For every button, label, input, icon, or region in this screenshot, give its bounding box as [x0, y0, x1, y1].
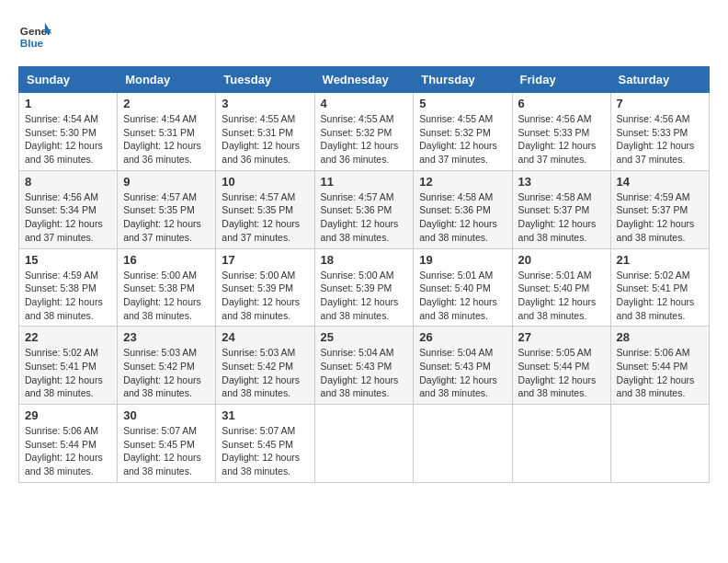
day-info: Sunrise: 4:55 AMSunset: 5:31 PMDaylight:…	[222, 112, 308, 167]
day-info: Sunrise: 4:55 AMSunset: 5:32 PMDaylight:…	[419, 112, 506, 167]
day-number: 19	[419, 253, 506, 267]
calendar-week-row: 1Sunrise: 4:54 AMSunset: 5:30 PMDaylight…	[19, 93, 710, 171]
day-info: Sunrise: 4:56 AMSunset: 5:33 PMDaylight:…	[617, 112, 703, 167]
table-row: 23Sunrise: 5:03 AMSunset: 5:42 PMDayligh…	[118, 327, 216, 405]
day-number: 29	[25, 408, 111, 422]
day-info: Sunrise: 4:57 AMSunset: 5:35 PMDaylight:…	[222, 190, 308, 245]
svg-text:Blue: Blue	[20, 37, 44, 49]
weekday-header-friday: Friday	[512, 67, 610, 93]
calendar-week-row: 15Sunrise: 4:59 AMSunset: 5:38 PMDayligh…	[19, 248, 710, 327]
day-info: Sunrise: 5:00 AMSunset: 5:39 PMDaylight:…	[321, 269, 408, 323]
day-number: 21	[617, 253, 703, 267]
day-info: Sunrise: 5:01 AMSunset: 5:40 PMDaylight:…	[518, 269, 605, 323]
table-row: 30Sunrise: 5:07 AMSunset: 5:45 PMDayligh…	[118, 405, 216, 483]
calendar-week-row: 29Sunrise: 5:06 AMSunset: 5:44 PMDayligh…	[19, 405, 710, 483]
day-number: 30	[123, 408, 210, 422]
day-number: 27	[518, 330, 605, 344]
table-row: 14Sunrise: 4:59 AMSunset: 5:37 PMDayligh…	[610, 170, 709, 248]
day-info: Sunrise: 5:02 AMSunset: 5:41 PMDaylight:…	[25, 346, 111, 400]
table-row: 4Sunrise: 4:55 AMSunset: 5:32 PMDaylight…	[314, 93, 414, 171]
table-row: 22Sunrise: 5:02 AMSunset: 5:41 PMDayligh…	[19, 327, 118, 405]
calendar-week-row: 22Sunrise: 5:02 AMSunset: 5:41 PMDayligh…	[19, 327, 710, 405]
day-info: Sunrise: 5:06 AMSunset: 5:44 PMDaylight:…	[617, 346, 703, 400]
day-info: Sunrise: 5:03 AMSunset: 5:42 PMDaylight:…	[123, 346, 210, 400]
day-info: Sunrise: 4:57 AMSunset: 5:35 PMDaylight:…	[123, 190, 210, 245]
day-number: 25	[321, 330, 408, 344]
day-number: 12	[419, 175, 506, 189]
table-row: 2Sunrise: 4:54 AMSunset: 5:31 PMDaylight…	[118, 93, 216, 171]
table-row: 9Sunrise: 4:57 AMSunset: 5:35 PMDaylight…	[118, 170, 216, 248]
day-number: 26	[419, 330, 506, 344]
table-row: 10Sunrise: 4:57 AMSunset: 5:35 PMDayligh…	[216, 170, 314, 248]
table-row: 16Sunrise: 5:00 AMSunset: 5:38 PMDayligh…	[118, 248, 216, 327]
table-row: 6Sunrise: 4:56 AMSunset: 5:33 PMDaylight…	[512, 93, 610, 171]
day-number: 13	[518, 175, 605, 189]
table-row: 17Sunrise: 5:00 AMSunset: 5:39 PMDayligh…	[216, 248, 314, 327]
table-row: 31Sunrise: 5:07 AMSunset: 5:45 PMDayligh…	[216, 405, 314, 483]
day-info: Sunrise: 5:04 AMSunset: 5:43 PMDaylight:…	[321, 346, 408, 400]
calendar-table: SundayMondayTuesdayWednesdayThursdayFrid…	[18, 66, 710, 483]
day-info: Sunrise: 4:54 AMSunset: 5:31 PMDaylight:…	[123, 112, 210, 167]
table-row: 26Sunrise: 5:04 AMSunset: 5:43 PMDayligh…	[414, 327, 512, 405]
day-info: Sunrise: 4:59 AMSunset: 5:38 PMDaylight:…	[25, 269, 111, 323]
day-number: 16	[123, 253, 210, 267]
table-row: 21Sunrise: 5:02 AMSunset: 5:41 PMDayligh…	[610, 248, 709, 327]
day-number: 24	[222, 330, 308, 344]
table-row: 1Sunrise: 4:54 AMSunset: 5:30 PMDaylight…	[19, 93, 118, 171]
table-row: 3Sunrise: 4:55 AMSunset: 5:31 PMDaylight…	[216, 93, 314, 171]
table-row	[610, 405, 709, 483]
day-info: Sunrise: 4:56 AMSunset: 5:34 PMDaylight:…	[25, 190, 111, 245]
day-number: 28	[617, 330, 703, 344]
table-row: 27Sunrise: 5:05 AMSunset: 5:44 PMDayligh…	[512, 327, 610, 405]
day-info: Sunrise: 5:02 AMSunset: 5:41 PMDaylight:…	[617, 269, 703, 323]
table-row: 5Sunrise: 4:55 AMSunset: 5:32 PMDaylight…	[414, 93, 512, 171]
day-info: Sunrise: 5:07 AMSunset: 5:45 PMDaylight:…	[123, 424, 210, 478]
day-number: 20	[518, 253, 605, 267]
day-number: 23	[123, 330, 210, 344]
table-row	[414, 405, 512, 483]
table-row: 7Sunrise: 4:56 AMSunset: 5:33 PMDaylight…	[610, 93, 709, 171]
day-number: 1	[25, 97, 111, 110]
weekday-header-wednesday: Wednesday	[314, 67, 414, 93]
day-number: 15	[25, 253, 111, 267]
day-number: 6	[518, 97, 605, 110]
day-info: Sunrise: 5:07 AMSunset: 5:45 PMDaylight:…	[222, 424, 308, 478]
day-number: 4	[321, 97, 408, 110]
day-number: 11	[321, 175, 408, 189]
table-row: 12Sunrise: 4:58 AMSunset: 5:36 PMDayligh…	[414, 170, 512, 248]
calendar-week-row: 8Sunrise: 4:56 AMSunset: 5:34 PMDaylight…	[19, 170, 710, 248]
day-number: 5	[419, 97, 506, 110]
day-number: 18	[321, 253, 408, 267]
day-number: 2	[123, 97, 210, 110]
day-number: 8	[25, 175, 111, 189]
day-info: Sunrise: 4:57 AMSunset: 5:36 PMDaylight:…	[321, 190, 408, 245]
weekday-header-sunday: Sunday	[19, 67, 118, 93]
table-row: 20Sunrise: 5:01 AMSunset: 5:40 PMDayligh…	[512, 248, 610, 327]
day-info: Sunrise: 5:00 AMSunset: 5:38 PMDaylight:…	[123, 269, 210, 323]
weekday-header-monday: Monday	[118, 67, 216, 93]
day-number: 3	[222, 97, 308, 110]
day-info: Sunrise: 5:06 AMSunset: 5:44 PMDaylight:…	[25, 424, 111, 478]
table-row: 18Sunrise: 5:00 AMSunset: 5:39 PMDayligh…	[314, 248, 414, 327]
table-row: 15Sunrise: 4:59 AMSunset: 5:38 PMDayligh…	[19, 248, 118, 327]
weekday-header-row: SundayMondayTuesdayWednesdayThursdayFrid…	[19, 67, 710, 93]
day-info: Sunrise: 4:55 AMSunset: 5:32 PMDaylight:…	[321, 112, 408, 167]
day-number: 17	[222, 253, 308, 267]
day-number: 10	[222, 175, 308, 189]
weekday-header-thursday: Thursday	[414, 67, 512, 93]
day-info: Sunrise: 5:00 AMSunset: 5:39 PMDaylight:…	[222, 269, 308, 323]
table-row: 24Sunrise: 5:03 AMSunset: 5:42 PMDayligh…	[216, 327, 314, 405]
day-number: 7	[617, 97, 703, 110]
table-row	[314, 405, 414, 483]
table-row: 13Sunrise: 4:58 AMSunset: 5:37 PMDayligh…	[512, 170, 610, 248]
table-row: 29Sunrise: 5:06 AMSunset: 5:44 PMDayligh…	[19, 405, 118, 483]
day-info: Sunrise: 5:01 AMSunset: 5:40 PMDaylight:…	[419, 269, 506, 323]
logo: General Blue	[18, 18, 51, 52]
day-info: Sunrise: 4:58 AMSunset: 5:36 PMDaylight:…	[419, 190, 506, 245]
day-info: Sunrise: 4:56 AMSunset: 5:33 PMDaylight:…	[518, 112, 605, 167]
table-row: 25Sunrise: 5:04 AMSunset: 5:43 PMDayligh…	[314, 327, 414, 405]
logo-icon: General Blue	[18, 18, 51, 52]
table-row	[512, 405, 610, 483]
day-info: Sunrise: 5:05 AMSunset: 5:44 PMDaylight:…	[518, 346, 605, 400]
day-info: Sunrise: 5:03 AMSunset: 5:42 PMDaylight:…	[222, 346, 308, 400]
